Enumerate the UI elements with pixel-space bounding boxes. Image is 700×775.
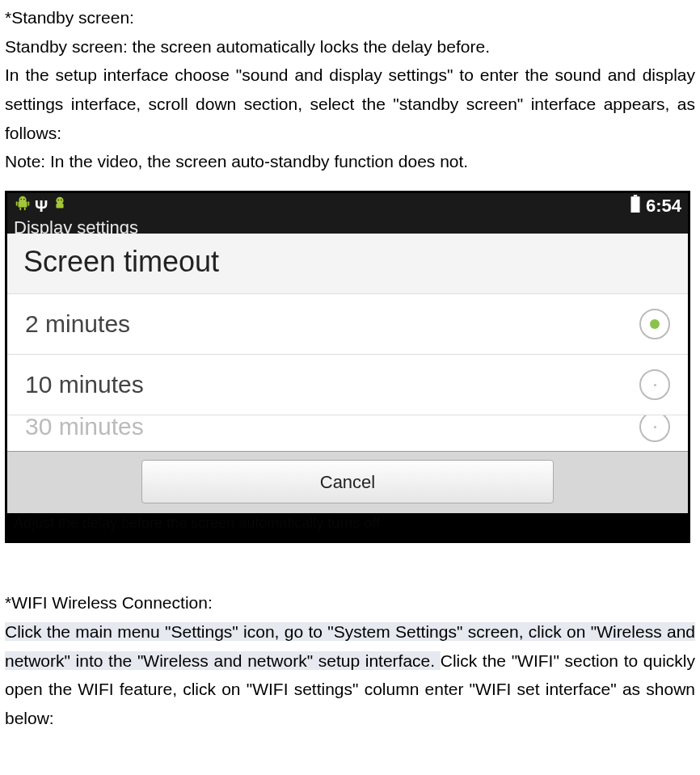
para-note: Note: In the video, the screen auto-stan… [5, 147, 695, 176]
radio-icon [639, 369, 670, 400]
svg-rect-12 [634, 195, 637, 196]
svg-rect-4 [19, 208, 21, 211]
option-30-minutes-cutoff[interactable]: 30 minutes [7, 415, 688, 451]
option-label: 2 minutes [25, 310, 639, 338]
status-bar: Ψ 6:54 [7, 193, 688, 219]
option-2-minutes[interactable]: 2 minutes [7, 294, 688, 355]
usb-icon: Ψ [35, 198, 48, 214]
status-right: 6:54 [630, 195, 681, 217]
svg-rect-13 [630, 196, 639, 213]
radio-selected-icon [639, 309, 670, 339]
svg-point-10 [58, 200, 59, 200]
svg-rect-2 [16, 201, 18, 206]
background-title-text: Display settings [14, 219, 138, 234]
svg-rect-3 [27, 201, 29, 206]
para-standby-desc: Standby screen: the screen automatically… [5, 32, 695, 61]
svg-point-1 [19, 196, 26, 204]
screenshot-frame: Ψ 6:54 Display settings Screen timeout 2… [5, 191, 690, 543]
option-label: 10 minutes [25, 371, 639, 398]
background-title: Display settings [7, 219, 688, 234]
radio-icon [639, 415, 670, 442]
screen-timeout-dialog: Screen timeout 2 minutes 10 minutes 30 m… [7, 234, 688, 513]
svg-point-7 [23, 199, 24, 200]
android-robot-icon [14, 195, 32, 217]
option-label: 30 minutes [25, 415, 639, 440]
adb-icon [51, 195, 69, 217]
svg-point-11 [61, 200, 61, 200]
status-clock: 6:54 [646, 196, 681, 217]
svg-rect-9 [57, 204, 64, 208]
para-wifi-heading: *WIFI Wireless Connection: [5, 588, 695, 617]
background-bottom-text: Adjust the delay before the screen autom… [7, 512, 386, 535]
document-text-2: *WIFI Wireless Connection: Click the mai… [5, 588, 695, 732]
battery-icon [630, 195, 641, 217]
background-bottom: Adjust the delay before the screen autom… [7, 513, 688, 541]
para-setup-instruction: In the setup interface choose "sound and… [5, 61, 695, 147]
dialog-options: 2 minutes 10 minutes 30 minutes [7, 294, 688, 451]
status-left-icons: Ψ [14, 195, 69, 217]
document-text: *Standby screen: Standby screen: the scr… [5, 3, 695, 176]
svg-point-8 [57, 197, 64, 204]
svg-rect-5 [24, 208, 26, 211]
dialog-title: Screen timeout [7, 234, 688, 294]
svg-point-6 [20, 199, 21, 200]
cancel-button[interactable]: Cancel [141, 460, 554, 503]
dialog-button-bar: Cancel [7, 451, 688, 513]
para-wifi-instruction: Click the main menu "Settings" icon, go … [5, 617, 695, 733]
para-standby-heading: *Standby screen: [5, 3, 695, 32]
option-10-minutes[interactable]: 10 minutes [7, 355, 688, 415]
